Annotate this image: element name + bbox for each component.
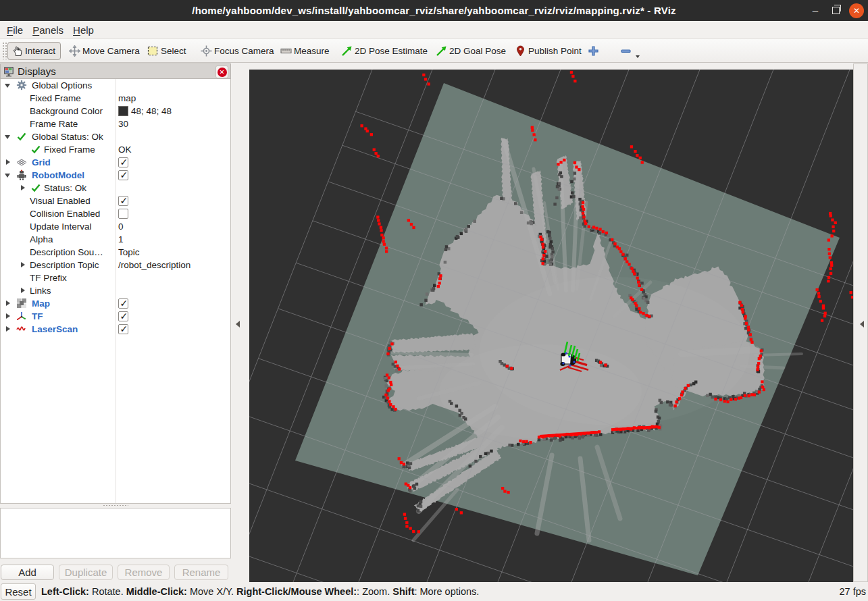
- collapse-left-panel-icon[interactable]: [236, 321, 240, 328]
- tree-row-global-options[interactable]: Global Options: [1, 79, 230, 92]
- tool-publish-point[interactable]: Publish Point: [511, 42, 587, 60]
- displays-panel-header[interactable]: Displays ✕: [0, 63, 231, 79]
- tree-row-grid[interactable]: Grid: [1, 156, 230, 169]
- tree-row-alpha[interactable]: Alpha1: [1, 233, 230, 246]
- tree-row-links[interactable]: Links: [1, 284, 230, 297]
- property-value[interactable]: [118, 170, 128, 180]
- checkbox-checked[interactable]: [118, 298, 128, 309]
- check-icon: [30, 182, 41, 193]
- tree-row-global-status-ok[interactable]: Global Status: Ok: [1, 130, 230, 143]
- pose-arrow-icon: [341, 45, 353, 57]
- tree-row-fixed-frame[interactable]: Fixed FrameOK: [1, 143, 230, 156]
- expand-arrow-icon[interactable]: [6, 326, 11, 332]
- tree-row-update-interval[interactable]: Update Interval0: [1, 220, 230, 233]
- check-icon: [16, 131, 27, 142]
- add-button[interactable]: Add: [1, 565, 54, 580]
- property-value[interactable]: map: [118, 93, 136, 103]
- 3d-viewport[interactable]: [249, 70, 853, 582]
- checkbox-checked[interactable]: [118, 311, 128, 321]
- expand-right-panel-icon[interactable]: [860, 321, 864, 328]
- property-name: Links: [30, 286, 51, 296]
- property-name: Background Color: [30, 106, 103, 116]
- close-button[interactable]: ✕: [849, 3, 864, 18]
- reset-button[interactable]: Reset: [1, 583, 36, 600]
- hand-icon: [11, 45, 23, 57]
- checkbox-unchecked[interactable]: [118, 209, 128, 219]
- title-bar[interactable]: /home/yahboom/dev_ws/install/yahboomcar_…: [0, 0, 868, 21]
- property-value[interactable]: 48; 48; 48: [118, 106, 172, 116]
- menu-item-help[interactable]: Help: [73, 24, 94, 36]
- tree-row-visual-enabled[interactable]: Visual Enabled: [1, 194, 230, 207]
- property-value[interactable]: Topic: [118, 247, 140, 257]
- menu-item-file[interactable]: File: [7, 24, 23, 36]
- tool-select[interactable]: Select: [143, 42, 192, 60]
- add-tool-button[interactable]: [584, 42, 604, 60]
- checkbox-checked[interactable]: [118, 324, 128, 334]
- expand-arrow-icon[interactable]: [6, 300, 11, 306]
- measure-icon: [280, 45, 292, 57]
- property-value[interactable]: 30: [118, 119, 128, 129]
- select-icon: [147, 45, 159, 57]
- displays-panel-close-button[interactable]: ✕: [215, 66, 228, 78]
- property-name: Description Sou…: [30, 247, 103, 257]
- tree-row-tf[interactable]: TF: [1, 310, 230, 323]
- tool-label: Interact: [25, 46, 55, 56]
- checkbox-checked[interactable]: [118, 170, 128, 180]
- tool-focus-camera[interactable]: Focus Camera: [197, 42, 280, 60]
- checkbox-checked[interactable]: [118, 196, 128, 206]
- maximize-button[interactable]: [832, 7, 840, 14]
- tree-row-tf-prefix[interactable]: TF Prefix: [1, 271, 230, 284]
- tree-row-fixed-frame[interactable]: Fixed Framemap: [1, 92, 230, 105]
- property-name: Visual Enabled: [30, 196, 91, 206]
- menu-item-panels[interactable]: Panels: [32, 24, 63, 36]
- expand-arrow-icon[interactable]: [6, 159, 11, 165]
- property-name: Frame Rate: [30, 119, 78, 129]
- expand-arrow-icon[interactable]: [6, 313, 11, 319]
- goal-arrow-icon: [436, 45, 447, 57]
- property-value[interactable]: [118, 196, 128, 206]
- tree-row-frame-rate[interactable]: Frame Rate30: [1, 117, 230, 130]
- robot-icon: [16, 169, 27, 180]
- tree-row-robotmodel[interactable]: RobotModel: [1, 169, 230, 182]
- tool-label: Focus Camera: [214, 46, 274, 56]
- dropdown-arrow-icon: [636, 55, 640, 58]
- tree-row-status-ok[interactable]: Status: Ok: [1, 182, 230, 194]
- status-message: Left-Click: Rotate. Middle-Click: Move X…: [41, 586, 479, 597]
- property-value[interactable]: /robot_description: [118, 260, 190, 270]
- remove-tool-button[interactable]: [616, 42, 636, 60]
- collapse-arrow-icon[interactable]: [5, 135, 10, 140]
- property-value[interactable]: [118, 157, 128, 167]
- property-value[interactable]: [118, 209, 128, 219]
- status-bar: Reset Left-Click: Rotate. Middle-Click: …: [0, 582, 868, 601]
- tree-row-map[interactable]: Map: [1, 297, 230, 310]
- tree-row-collision-enabled[interactable]: Collision Enabled: [1, 207, 230, 220]
- property-help-area: [0, 508, 231, 558]
- collapse-arrow-icon[interactable]: [5, 84, 10, 89]
- scan-streak: [682, 350, 757, 354]
- property-value[interactable]: 0: [118, 221, 124, 232]
- property-value[interactable]: [118, 311, 128, 321]
- tool-2d-pose-estimate[interactable]: 2D Pose Estimate: [337, 42, 433, 60]
- collapse-arrow-icon[interactable]: [5, 174, 10, 179]
- tool-interact[interactable]: Interact: [7, 42, 61, 60]
- tree-row-description-sou-[interactable]: Description Sou…Topic: [1, 246, 230, 259]
- menu-bar: FilePanelsHelp: [0, 21, 868, 39]
- minimize-button[interactable]: –: [808, 7, 823, 14]
- tree-row-description-topic[interactable]: Description Topic/robot_description: [1, 259, 230, 271]
- panel-splitter-handle[interactable]: [103, 504, 128, 506]
- property-value[interactable]: 1: [118, 234, 124, 244]
- property-value[interactable]: [118, 298, 128, 309]
- tree-row-background-color[interactable]: Background Color48; 48; 48: [1, 105, 230, 117]
- tool-measure[interactable]: Measure: [276, 42, 335, 60]
- tree-row-laserscan[interactable]: LaserScan: [1, 323, 230, 336]
- tool-move-camera[interactable]: Move Camera: [65, 42, 145, 60]
- property-name: Description Topic: [30, 260, 99, 270]
- expand-arrow-icon[interactable]: [21, 185, 26, 190]
- toolbar-grip[interactable]: [2, 42, 7, 59]
- tool-2d-goal-pose[interactable]: 2D Goal Pose: [432, 42, 511, 60]
- property-value[interactable]: OK: [118, 145, 132, 155]
- checkbox-checked[interactable]: [118, 157, 128, 167]
- expand-arrow-icon[interactable]: [21, 288, 26, 293]
- property-value[interactable]: [118, 324, 128, 334]
- expand-arrow-icon[interactable]: [21, 262, 26, 267]
